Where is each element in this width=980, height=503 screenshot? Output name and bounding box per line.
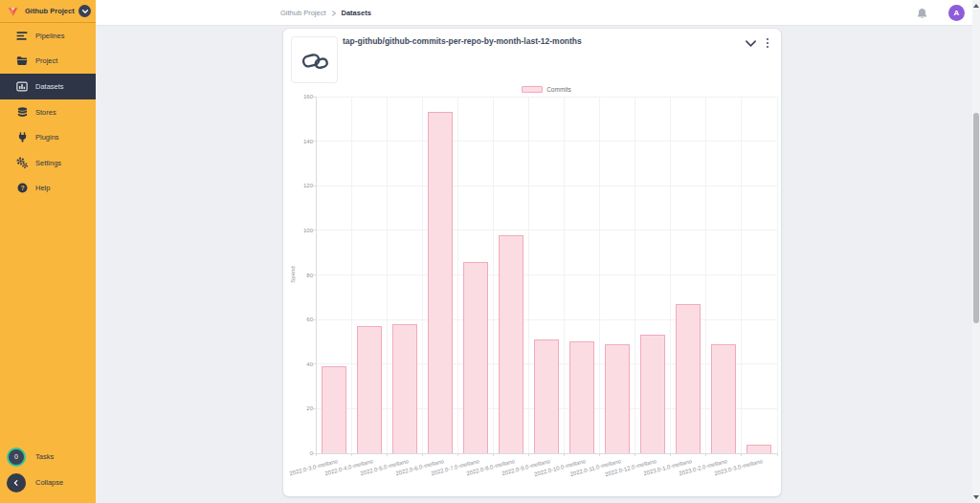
x-tick-mark: [387, 453, 388, 456]
collapse-button[interactable]: Collapse: [0, 470, 96, 495]
folder-icon: [16, 55, 28, 67]
dataset-card: tap-github/github-commits-per-repo-by-mo…: [283, 29, 781, 496]
sidebar-item-datasets[interactable]: Datasets: [0, 74, 96, 99]
sidebar-item-pipelines[interactable]: Pipelines: [0, 23, 96, 49]
vertical-scrollbar[interactable]: [972, 0, 980, 503]
chart-legend[interactable]: Commits: [316, 84, 777, 94]
bar-2023.0-2.0-meltano[interactable]: [711, 344, 736, 453]
scrollbar-thumb[interactable]: [973, 113, 979, 323]
gridline: [705, 97, 706, 453]
x-tick-mark: [351, 453, 352, 456]
workspace-chevron-button[interactable]: [78, 5, 91, 17]
bar-2022.0-4.0-meltano[interactable]: [357, 326, 382, 453]
bar-2023.0-1.0-meltano[interactable]: [676, 304, 701, 453]
breadcrumb: Github Project Datasets: [280, 0, 371, 26]
x-tick-mark: [670, 453, 671, 456]
chevron-down-icon: [745, 39, 757, 48]
gridline: [599, 97, 600, 453]
svg-text:?: ?: [20, 185, 24, 191]
gridline: [635, 97, 635, 453]
x-tick-mark: [528, 453, 529, 456]
gridline: [528, 97, 529, 453]
sidebar-item-project[interactable]: Project: [0, 49, 96, 75]
x-tick-mark: [316, 453, 317, 456]
page: Github Project Pipelines: [0, 0, 980, 503]
bar-2022.0-9.0-meltano[interactable]: [534, 339, 559, 453]
sidebar-item-label: Stores: [35, 108, 56, 117]
dataset-link-iconbox[interactable]: [291, 36, 338, 83]
breadcrumb-chevron-icon: [331, 10, 337, 17]
x-tick-mark: [457, 453, 458, 456]
gridline: [564, 97, 565, 453]
chevron-down-icon: [81, 8, 89, 15]
sidebar-item-stores[interactable]: Stores: [0, 99, 96, 125]
x-tick-mark: [422, 453, 423, 456]
sidebar-nav: Pipelines Project: [0, 23, 96, 201]
x-tick-mark: [635, 453, 635, 456]
collapse-card-button[interactable]: [742, 36, 759, 50]
chevron-left-icon: [7, 473, 26, 492]
bar-2022.0-11.0-meltano[interactable]: [605, 344, 630, 453]
sidebar-item-help[interactable]: ? Help: [0, 176, 96, 202]
breadcrumb-current: Datasets: [342, 9, 371, 17]
gridline: [351, 97, 352, 453]
scroll-down-arrow[interactable]: [973, 495, 979, 499]
bar-2022.0-12.0-meltano[interactable]: [640, 335, 665, 453]
y-axis-ticks: 020406080100120140160: [283, 97, 313, 453]
tasks-button[interactable]: 0 Tasks: [0, 444, 96, 470]
notifications-bell-icon[interactable]: [916, 7, 928, 19]
legend-swatch: [522, 86, 543, 93]
scroll-up-arrow[interactable]: [973, 4, 979, 8]
gridline: [777, 97, 778, 453]
gridline: [422, 97, 423, 453]
bar-2022.0-5.0-meltano[interactable]: [392, 324, 417, 453]
bar-2022.0-8.0-meltano[interactable]: [499, 235, 523, 453]
x-axis-labels: 2022.0-3.0-meltano2022.0-4.0-meltano2022…: [316, 453, 777, 495]
x-tick-mark: [599, 453, 600, 456]
app-logo-icon: [7, 5, 19, 17]
gridline: [316, 230, 777, 230]
bar-2022.0-6.0-meltano[interactable]: [428, 112, 453, 453]
gridline: [670, 97, 671, 453]
sidebar-item-label: Plugins: [35, 133, 59, 142]
x-tick-mark: [741, 453, 742, 456]
x-tick-mark: [493, 453, 494, 456]
gridline: [457, 97, 458, 453]
gridline: [387, 97, 388, 453]
workspace-switcher[interactable]: Github Project: [0, 0, 96, 23]
database-icon: [16, 106, 28, 118]
plug-icon: [16, 132, 28, 143]
sidebar-item-label: Pipelines: [35, 32, 64, 40]
gridline: [316, 319, 777, 320]
tasks-label: Tasks: [35, 452, 54, 461]
main-content: tap-github/github-commits-per-repo-by-mo…: [96, 26, 972, 503]
sidebar-item-label: Datasets: [35, 82, 64, 91]
bar-2022.0-3.0-meltano[interactable]: [322, 366, 346, 453]
gridline: [741, 97, 742, 453]
sidebar-item-label: Settings: [35, 159, 61, 167]
dataset-title[interactable]: tap-github/github-commits-per-repo-by-mo…: [343, 36, 725, 46]
sidebar-footer: 0 Tasks Collapse: [0, 444, 96, 495]
gridline: [316, 274, 777, 275]
card-menu-kebab-icon[interactable]: [762, 34, 773, 52]
tasks-count-badge: 0: [7, 448, 26, 467]
sidebar-item-plugins[interactable]: Plugins: [0, 124, 96, 150]
x-tick-mark: [564, 453, 565, 456]
breadcrumb-parent[interactable]: Github Project: [280, 9, 326, 17]
workspace-name: Github Project: [25, 7, 78, 15]
user-avatar[interactable]: A: [948, 5, 965, 21]
sidebar: Github Project Pipelines: [0, 0, 96, 503]
link-icon: [299, 44, 331, 77]
legend-label: Commits: [546, 86, 571, 93]
sidebar-item-settings[interactable]: Settings: [0, 150, 96, 176]
bar-2022.0-7.0-meltano[interactable]: [463, 262, 488, 453]
bar-2023.0-3.0-meltano[interactable]: [746, 445, 771, 453]
collapse-label: Collapse: [35, 478, 63, 487]
gears-icon: [16, 157, 28, 168]
x-tick-mark: [705, 453, 706, 456]
sidebar-item-label: Help: [35, 184, 50, 192]
x-tick-mark: [777, 453, 778, 456]
bar-2022.0-10.0-meltano[interactable]: [569, 341, 594, 453]
gridline: [316, 97, 317, 453]
chart-plot: [316, 97, 777, 453]
